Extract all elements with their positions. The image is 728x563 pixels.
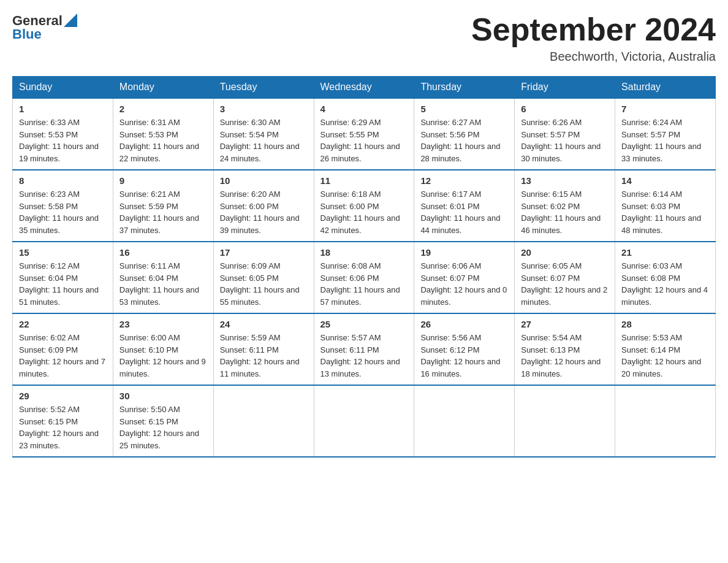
day-number: 5	[420, 104, 508, 114]
day-number: 6	[521, 104, 609, 114]
day-info: Sunrise: 6:26 AM Sunset: 5:57 PM Dayligh…	[521, 117, 609, 164]
sunset-label: Sunset: 6:06 PM	[320, 274, 379, 283]
sunrise-label: Sunrise: 5:52 AM	[19, 405, 80, 414]
daylight-label: Daylight: 12 hours and 20 minutes.	[621, 357, 701, 378]
sunset-label: Sunset: 6:12 PM	[420, 345, 479, 354]
daylight-label: Daylight: 11 hours and 24 minutes.	[220, 142, 300, 163]
daylight-label: Daylight: 12 hours and 23 minutes.	[19, 429, 99, 450]
table-row: 20 Sunrise: 6:05 AM Sunset: 6:07 PM Dayl…	[515, 242, 615, 313]
table-row	[213, 385, 314, 457]
calendar-week-row: 1 Sunrise: 6:33 AM Sunset: 5:53 PM Dayli…	[13, 98, 716, 170]
day-info: Sunrise: 5:57 AM Sunset: 6:11 PM Dayligh…	[320, 332, 408, 380]
sunset-label: Sunset: 6:04 PM	[19, 274, 78, 283]
day-info: Sunrise: 5:59 AM Sunset: 6:11 PM Dayligh…	[220, 332, 308, 380]
sunset-label: Sunset: 5:53 PM	[19, 130, 78, 139]
day-info: Sunrise: 6:08 AM Sunset: 6:06 PM Dayligh…	[320, 260, 408, 308]
sunrise-label: Sunrise: 6:23 AM	[19, 190, 80, 199]
month-year-title: September 2024	[471, 12, 716, 47]
day-number: 9	[119, 175, 207, 186]
day-info: Sunrise: 6:14 AM Sunset: 6:03 PM Dayligh…	[621, 188, 709, 236]
sunset-label: Sunset: 5:54 PM	[220, 130, 279, 139]
day-number: 21	[621, 247, 709, 258]
daylight-label: Daylight: 11 hours and 51 minutes.	[19, 285, 99, 307]
svg-marker-0	[64, 13, 77, 27]
daylight-label: Daylight: 11 hours and 48 minutes.	[621, 213, 701, 235]
daylight-label: Daylight: 11 hours and 53 minutes.	[119, 285, 199, 307]
day-info: Sunrise: 6:24 AM Sunset: 5:57 PM Dayligh…	[621, 117, 709, 164]
col-sunday: Sunday	[13, 77, 113, 99]
sunset-label: Sunset: 6:00 PM	[320, 202, 379, 211]
day-number: 4	[320, 104, 408, 114]
sunrise-label: Sunrise: 6:00 AM	[119, 333, 180, 342]
col-friday: Friday	[515, 77, 615, 99]
day-number: 13	[521, 175, 609, 186]
logo: General Blue	[12, 12, 77, 42]
col-saturday: Saturday	[615, 77, 716, 99]
sunrise-label: Sunrise: 6:03 AM	[621, 261, 682, 270]
sunset-label: Sunset: 6:08 PM	[621, 274, 680, 283]
sunrise-label: Sunrise: 5:56 AM	[420, 333, 481, 342]
day-number: 28	[621, 319, 709, 329]
title-area: September 2024 Beechworth, Victoria, Aus…	[471, 12, 716, 64]
sunset-label: Sunset: 5:55 PM	[320, 130, 379, 139]
daylight-label: Daylight: 12 hours and 13 minutes.	[320, 357, 400, 378]
sunrise-label: Sunrise: 6:18 AM	[320, 190, 381, 199]
table-row: 5 Sunrise: 6:27 AM Sunset: 5:56 PM Dayli…	[414, 98, 515, 170]
sunrise-label: Sunrise: 5:53 AM	[621, 333, 682, 342]
day-number: 20	[521, 247, 609, 258]
day-info: Sunrise: 6:15 AM Sunset: 6:02 PM Dayligh…	[521, 188, 609, 236]
daylight-label: Daylight: 11 hours and 44 minutes.	[420, 213, 500, 235]
daylight-label: Daylight: 11 hours and 57 minutes.	[320, 285, 400, 307]
daylight-label: Daylight: 12 hours and 9 minutes.	[119, 357, 206, 378]
calendar-table: Sunday Monday Tuesday Wednesday Thursday…	[12, 76, 716, 458]
day-number: 2	[119, 104, 207, 114]
daylight-label: Daylight: 11 hours and 37 minutes.	[119, 213, 199, 235]
col-thursday: Thursday	[414, 77, 515, 99]
sunrise-label: Sunrise: 6:11 AM	[119, 261, 180, 270]
logo-blue-text: Blue	[12, 27, 77, 42]
table-row: 8 Sunrise: 6:23 AM Sunset: 5:58 PM Dayli…	[13, 170, 113, 242]
calendar-week-row: 8 Sunrise: 6:23 AM Sunset: 5:58 PM Dayli…	[13, 170, 716, 242]
sunset-label: Sunset: 5:57 PM	[521, 130, 580, 139]
day-number: 18	[320, 247, 408, 258]
sunset-label: Sunset: 5:57 PM	[621, 130, 680, 139]
table-row: 1 Sunrise: 6:33 AM Sunset: 5:53 PM Dayli…	[13, 98, 113, 170]
daylight-label: Daylight: 11 hours and 26 minutes.	[320, 142, 400, 163]
day-info: Sunrise: 6:27 AM Sunset: 5:56 PM Dayligh…	[420, 117, 508, 164]
day-number: 29	[19, 391, 107, 401]
table-row: 6 Sunrise: 6:26 AM Sunset: 5:57 PM Dayli…	[515, 98, 615, 170]
day-number: 23	[119, 319, 207, 329]
sunrise-label: Sunrise: 6:29 AM	[320, 118, 381, 127]
sunset-label: Sunset: 6:07 PM	[420, 274, 479, 283]
table-row: 30 Sunrise: 5:50 AM Sunset: 6:15 PM Dayl…	[113, 385, 213, 457]
col-monday: Monday	[113, 77, 213, 99]
table-row: 14 Sunrise: 6:14 AM Sunset: 6:03 PM Dayl…	[615, 170, 716, 242]
day-info: Sunrise: 6:00 AM Sunset: 6:10 PM Dayligh…	[119, 332, 207, 380]
calendar-week-row: 29 Sunrise: 5:52 AM Sunset: 6:15 PM Dayl…	[13, 385, 716, 457]
day-info: Sunrise: 6:23 AM Sunset: 5:58 PM Dayligh…	[19, 188, 107, 236]
location-subtitle: Beechworth, Victoria, Australia	[471, 50, 716, 64]
table-row: 23 Sunrise: 6:00 AM Sunset: 6:10 PM Dayl…	[113, 313, 213, 385]
daylight-label: Daylight: 12 hours and 0 minutes.	[420, 285, 507, 307]
day-number: 12	[420, 175, 508, 186]
day-number: 1	[19, 104, 107, 114]
sunset-label: Sunset: 6:15 PM	[19, 417, 78, 426]
sunset-label: Sunset: 6:11 PM	[220, 345, 279, 354]
daylight-label: Daylight: 12 hours and 2 minutes.	[521, 285, 607, 307]
day-number: 3	[220, 104, 308, 114]
day-number: 26	[420, 319, 508, 329]
day-info: Sunrise: 6:20 AM Sunset: 6:00 PM Dayligh…	[220, 188, 308, 236]
table-row: 21 Sunrise: 6:03 AM Sunset: 6:08 PM Dayl…	[615, 242, 716, 313]
day-number: 22	[19, 319, 107, 329]
sunrise-label: Sunrise: 6:20 AM	[220, 190, 281, 199]
sunrise-label: Sunrise: 6:26 AM	[521, 118, 582, 127]
table-row: 24 Sunrise: 5:59 AM Sunset: 6:11 PM Dayl…	[213, 313, 314, 385]
day-info: Sunrise: 5:50 AM Sunset: 6:15 PM Dayligh…	[119, 404, 207, 451]
table-row: 7 Sunrise: 6:24 AM Sunset: 5:57 PM Dayli…	[615, 98, 716, 170]
page-header: General Blue September 2024 Beechworth, …	[12, 12, 716, 64]
table-row: 19 Sunrise: 6:06 AM Sunset: 6:07 PM Dayl…	[414, 242, 515, 313]
daylight-label: Daylight: 11 hours and 28 minutes.	[420, 142, 500, 163]
sunset-label: Sunset: 5:58 PM	[19, 202, 78, 211]
sunrise-label: Sunrise: 6:06 AM	[420, 261, 481, 270]
sunrise-label: Sunrise: 6:30 AM	[220, 118, 281, 127]
